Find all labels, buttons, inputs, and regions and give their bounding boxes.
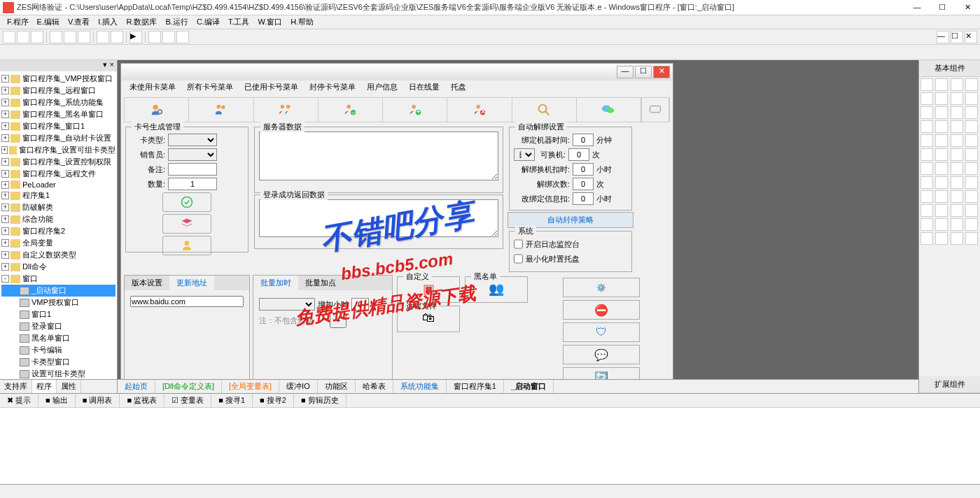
- url-input[interactable]: [130, 296, 244, 307]
- left-tab-prog[interactable]: 程序: [32, 380, 57, 393]
- log-checkbox[interactable]: [514, 238, 523, 250]
- menu-tools[interactable]: T.工具: [224, 15, 254, 29]
- component-item[interactable]: [965, 148, 978, 161]
- component-item[interactable]: [965, 134, 978, 147]
- component-item[interactable]: [935, 106, 948, 119]
- component-item[interactable]: [920, 190, 933, 203]
- qty-input[interactable]: [168, 178, 217, 190]
- component-item[interactable]: [935, 162, 948, 175]
- batch-select[interactable]: [259, 298, 315, 311]
- info-input[interactable]: [573, 192, 594, 205]
- tb-stepover[interactable]: [162, 31, 175, 43]
- component-item[interactable]: [951, 134, 963, 147]
- menu-view[interactable]: V.查看: [64, 15, 94, 29]
- output-area[interactable]: [0, 408, 980, 484]
- tree-item[interactable]: +Dll命令: [1, 261, 115, 273]
- form-tab[interactable]: 托盘: [445, 80, 472, 94]
- editor-tab[interactable]: 窗口程序集1: [447, 380, 504, 393]
- component-item[interactable]: [951, 92, 963, 105]
- menu-run[interactable]: B.运行: [161, 15, 192, 29]
- bp-var[interactable]: ☑ 变量表: [164, 394, 211, 407]
- component-item[interactable]: [965, 176, 978, 189]
- bind-time-input[interactable]: [573, 134, 594, 146]
- toolbar-user-search[interactable]: [125, 98, 189, 122]
- component-item[interactable]: [951, 190, 963, 203]
- tree-item[interactable]: +窗口程序集_设置控制权限: [1, 156, 115, 168]
- component-item[interactable]: [965, 120, 978, 133]
- tree-item[interactable]: 黑名单窗口: [1, 332, 115, 344]
- tree-item[interactable]: VMP授权窗口: [1, 297, 115, 308]
- action-wechat[interactable]: 💬: [563, 345, 640, 364]
- form-max[interactable]: ☐: [635, 66, 652, 78]
- tree-item[interactable]: 设置可组卡类型: [1, 368, 115, 379]
- component-item[interactable]: [951, 162, 963, 175]
- tree-item[interactable]: +PeLoader: [1, 180, 115, 190]
- form-min[interactable]: —: [617, 66, 634, 78]
- component-item[interactable]: [951, 232, 963, 245]
- toolbar-chat[interactable]: [577, 98, 641, 122]
- bp-find2[interactable]: ■ 搜寻2: [253, 394, 294, 407]
- ext-components[interactable]: 扩展组件: [919, 376, 980, 393]
- component-item[interactable]: [920, 78, 933, 91]
- gen-layers-button[interactable]: [162, 214, 211, 234]
- component-item[interactable]: [920, 92, 933, 105]
- tree-item[interactable]: +程序集1: [1, 190, 115, 201]
- close-button[interactable]: ✕: [958, 3, 977, 12]
- action-gear[interactable]: ⚙️: [563, 278, 640, 297]
- gen-confirm-button[interactable]: [162, 192, 211, 212]
- component-item[interactable]: [920, 162, 933, 175]
- tb-undo[interactable]: [97, 31, 109, 43]
- update-url-tab[interactable]: 更新地址: [169, 276, 214, 290]
- component-item[interactable]: [920, 232, 933, 245]
- tb-open[interactable]: [17, 31, 29, 43]
- design-area[interactable]: — ☐ ✕ 未使用卡菜单所有卡号菜单已使用卡号菜单封停卡号菜单用户信息日在线量托…: [118, 60, 918, 379]
- component-item[interactable]: [965, 232, 978, 245]
- bp-watch[interactable]: ■ 监视表: [120, 394, 164, 407]
- tree-item[interactable]: +窗口程序集_远程窗口: [1, 85, 115, 97]
- tb-max2[interactable]: ☐: [951, 31, 963, 43]
- component-item[interactable]: [920, 134, 933, 147]
- add-hour-input[interactable]: [351, 298, 369, 311]
- component-item[interactable]: [965, 106, 978, 119]
- component-item[interactable]: [951, 106, 963, 119]
- tb-paste[interactable]: [78, 31, 90, 43]
- form-designer[interactable]: — ☐ ✕ 未使用卡菜单所有卡号菜单已使用卡号菜单封停卡号菜单用户信息日在线量托…: [120, 63, 673, 379]
- maximize-button[interactable]: ☐: [932, 3, 952, 12]
- remote-file-icon[interactable]: 🛍: [402, 311, 455, 325]
- component-item[interactable]: [935, 218, 948, 231]
- menu-help[interactable]: H.帮助: [286, 15, 318, 29]
- editor-tab[interactable]: 系统功能集: [393, 380, 447, 393]
- panel-close[interactable]: ×: [108, 60, 115, 71]
- component-item[interactable]: [935, 204, 948, 217]
- editor-tab[interactable]: [全局变量表]: [222, 380, 279, 393]
- component-item[interactable]: [965, 204, 978, 217]
- remark-input[interactable]: [168, 163, 217, 176]
- editor-tab[interactable]: 缓冲IO: [279, 380, 318, 393]
- tb-new[interactable]: [3, 31, 15, 43]
- toolbar-user-check[interactable]: [318, 98, 383, 122]
- tb-save[interactable]: [31, 31, 43, 43]
- tree-item[interactable]: -窗口: [1, 273, 115, 285]
- menu-file[interactable]: F.程序: [3, 15, 33, 29]
- server-data-text[interactable]: [259, 131, 498, 180]
- form-tab[interactable]: 已使用卡号菜单: [239, 80, 304, 94]
- component-item[interactable]: [935, 78, 948, 91]
- tree-item[interactable]: +窗口程序集_自动封卡设置: [1, 132, 115, 144]
- toolbar-users[interactable]: [189, 98, 253, 122]
- tb-close2[interactable]: ✕: [965, 31, 977, 43]
- form-tab[interactable]: 日在线量: [403, 80, 445, 94]
- batch-point-tab[interactable]: 批量加点: [298, 276, 343, 290]
- tree-item[interactable]: +窗口程序集_设置可组卡类型: [1, 144, 115, 156]
- form-tab[interactable]: 用户信息: [361, 80, 403, 94]
- batch-add-button[interactable]: +: [330, 313, 346, 328]
- component-item[interactable]: [920, 120, 933, 133]
- tree-item[interactable]: 卡号编辑: [1, 344, 115, 356]
- component-item[interactable]: [951, 78, 963, 91]
- component-item[interactable]: [965, 218, 978, 231]
- action-refresh[interactable]: 🔄: [563, 367, 640, 379]
- component-item[interactable]: [935, 120, 948, 133]
- component-item[interactable]: [965, 190, 978, 203]
- tree-item[interactable]: +窗口程序集2: [1, 225, 115, 237]
- seller-select[interactable]: [168, 148, 217, 161]
- switch-time-input[interactable]: [573, 163, 594, 176]
